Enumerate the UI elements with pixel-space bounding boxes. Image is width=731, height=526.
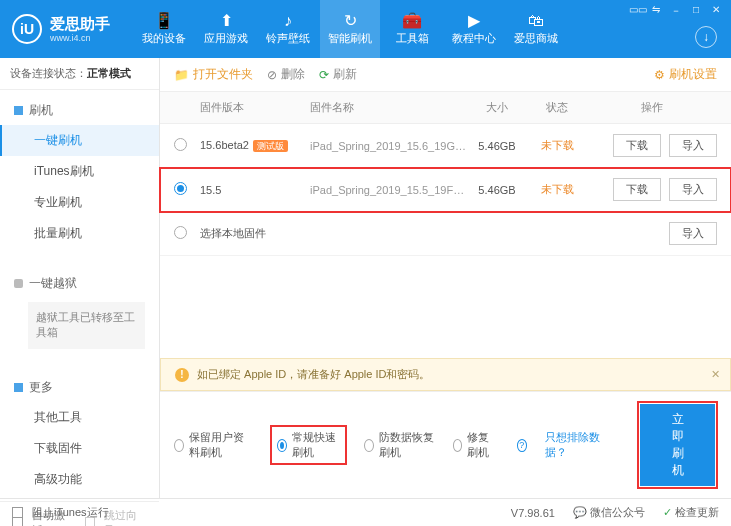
sidebar-group-jailbreak[interactable]: 一键越狱 bbox=[0, 269, 159, 298]
win-skin-icon[interactable]: ⇋ bbox=[649, 4, 663, 18]
device-icon: 📱 bbox=[154, 13, 174, 29]
import-button[interactable]: 导入 bbox=[669, 178, 717, 201]
brand: 爱思助手 www.i4.cn bbox=[50, 15, 110, 44]
beta-badge: 测试版 bbox=[253, 140, 288, 152]
flash-now-button[interactable]: 立即刷机 bbox=[640, 404, 715, 486]
download-manager-icon[interactable]: ↓ bbox=[695, 26, 717, 48]
open-folder-button[interactable]: 📁打开文件夹 bbox=[174, 66, 253, 83]
import-button[interactable]: 导入 bbox=[669, 134, 717, 157]
sidebar-group-flash[interactable]: 刷机 bbox=[0, 96, 159, 125]
delete-icon: ⊘ bbox=[267, 68, 277, 82]
flash-settings-button[interactable]: ⚙刷机设置 bbox=[654, 66, 717, 83]
wechat-link[interactable]: 💬 微信公众号 bbox=[573, 505, 645, 520]
opt-normal[interactable]: 常规快速刷机 bbox=[271, 426, 346, 464]
opt-repair[interactable]: 修复刷机 bbox=[453, 430, 499, 460]
opt-protect[interactable]: 防数据恢复刷机 bbox=[364, 430, 435, 460]
toolbox-icon: 🧰 bbox=[402, 13, 422, 29]
nav-ringtones[interactable]: ♪铃声壁纸 bbox=[258, 0, 318, 58]
sidebar: 设备连接状态：正常模式 刷机 一键刷机 iTunes刷机 专业刷机 批量刷机 一… bbox=[0, 58, 160, 498]
refresh-icon: ⟳ bbox=[319, 68, 329, 82]
sidebar-item-other[interactable]: 其他工具 bbox=[0, 402, 159, 433]
check-icon: ✓ bbox=[663, 506, 672, 518]
lock-icon bbox=[14, 279, 23, 288]
radio-icon[interactable] bbox=[174, 138, 187, 151]
exclude-data-link[interactable]: 只想排除数据？ bbox=[545, 430, 602, 460]
firmware-table-header: 固件版本 固件名称 大小 状态 操作 bbox=[160, 92, 731, 124]
sidebar-item-batch[interactable]: 批量刷机 bbox=[0, 218, 159, 249]
version-label: V7.98.61 bbox=[511, 507, 555, 519]
play-icon: ▶ bbox=[468, 13, 480, 29]
square-icon bbox=[14, 383, 23, 392]
titlebar: iU 爱思助手 www.i4.cn 📱我的设备 ⬆应用游戏 ♪铃声壁纸 ↻智能刷… bbox=[0, 0, 731, 58]
flash-options: 保留用户资料刷机 常规快速刷机 防数据恢复刷机 修复刷机 ? 只想排除数据？ 立… bbox=[160, 391, 731, 498]
nav-tutorials[interactable]: ▶教程中心 bbox=[444, 0, 504, 58]
main-panel: 📁打开文件夹 ⊘删除 ⟳刷新 ⚙刷机设置 固件版本 固件名称 大小 状态 操作 … bbox=[160, 58, 731, 498]
nav-my-device[interactable]: 📱我的设备 bbox=[134, 0, 194, 58]
jailbreak-note: 越狱工具已转移至工具箱 bbox=[28, 302, 145, 349]
connection-status: 设备连接状态：正常模式 bbox=[0, 58, 159, 90]
win-close-icon[interactable]: ✕ bbox=[709, 4, 723, 18]
sidebar-item-oneclick[interactable]: 一键刷机 bbox=[0, 125, 159, 156]
help-icon[interactable]: ? bbox=[517, 439, 527, 452]
radio-icon[interactable] bbox=[174, 226, 187, 239]
win-max-icon[interactable]: □ bbox=[689, 4, 703, 18]
sidebar-item-pro[interactable]: 专业刷机 bbox=[0, 187, 159, 218]
radio-checked-icon[interactable] bbox=[174, 182, 187, 195]
gear-icon: ⚙ bbox=[654, 68, 665, 82]
check-update-link[interactable]: ✓ 检查更新 bbox=[663, 505, 719, 520]
wechat-icon: 💬 bbox=[573, 506, 587, 518]
firmware-row-selected[interactable]: 15.5 iPad_Spring_2019_15.5_19F77_Restore… bbox=[160, 168, 731, 212]
win-min-icon[interactable]: － bbox=[669, 4, 683, 18]
sidebar-item-download-fw[interactable]: 下载固件 bbox=[0, 433, 159, 464]
app-logo: iU bbox=[12, 14, 42, 44]
opt-keep-data[interactable]: 保留用户资料刷机 bbox=[174, 430, 253, 460]
warning-bar: ! 如已绑定 Apple ID，请准备好 Apple ID和密码。 ✕ bbox=[160, 358, 731, 391]
main-nav: 📱我的设备 ⬆应用游戏 ♪铃声壁纸 ↻智能刷机 🧰工具箱 ▶教程中心 🛍爱思商城 bbox=[134, 0, 566, 58]
sidebar-group-more[interactable]: 更多 bbox=[0, 373, 159, 402]
store-icon: 🛍 bbox=[528, 13, 544, 29]
refresh-button[interactable]: ⟳刷新 bbox=[319, 66, 357, 83]
download-button[interactable]: 下载 bbox=[613, 178, 661, 201]
music-icon: ♪ bbox=[284, 13, 292, 29]
nav-toolbox[interactable]: 🧰工具箱 bbox=[382, 0, 442, 58]
sidebar-item-advanced[interactable]: 高级功能 bbox=[0, 464, 159, 495]
toolbar: 📁打开文件夹 ⊘删除 ⟳刷新 ⚙刷机设置 bbox=[160, 58, 731, 92]
window-controls: ▭▭ ⇋ － □ ✕ bbox=[629, 4, 723, 18]
delete-button[interactable]: ⊘删除 bbox=[267, 66, 305, 83]
nav-store[interactable]: 🛍爱思商城 bbox=[506, 0, 566, 58]
local-firmware-row[interactable]: 选择本地固件 导入 bbox=[160, 212, 731, 256]
win-menu-icon[interactable]: ▭▭ bbox=[629, 4, 643, 18]
skip-guide-checkbox[interactable]: 跳过向导 bbox=[85, 508, 148, 526]
firmware-row[interactable]: 15.6beta2测试版 iPad_Spring_2019_15.6_19G50… bbox=[160, 124, 731, 168]
square-icon bbox=[14, 106, 23, 115]
brand-title: 爱思助手 bbox=[50, 15, 110, 33]
warning-icon: ! bbox=[175, 368, 189, 382]
sidebar-item-itunes[interactable]: iTunes刷机 bbox=[0, 156, 159, 187]
nav-apps[interactable]: ⬆应用游戏 bbox=[196, 0, 256, 58]
apps-icon: ⬆ bbox=[220, 13, 233, 29]
download-button[interactable]: 下载 bbox=[613, 134, 661, 157]
folder-icon: 📁 bbox=[174, 68, 189, 82]
refresh-icon: ↻ bbox=[344, 13, 357, 29]
nav-flash[interactable]: ↻智能刷机 bbox=[320, 0, 380, 58]
brand-sub: www.i4.cn bbox=[50, 33, 110, 44]
close-icon[interactable]: ✕ bbox=[711, 368, 720, 381]
import-button[interactable]: 导入 bbox=[669, 222, 717, 245]
